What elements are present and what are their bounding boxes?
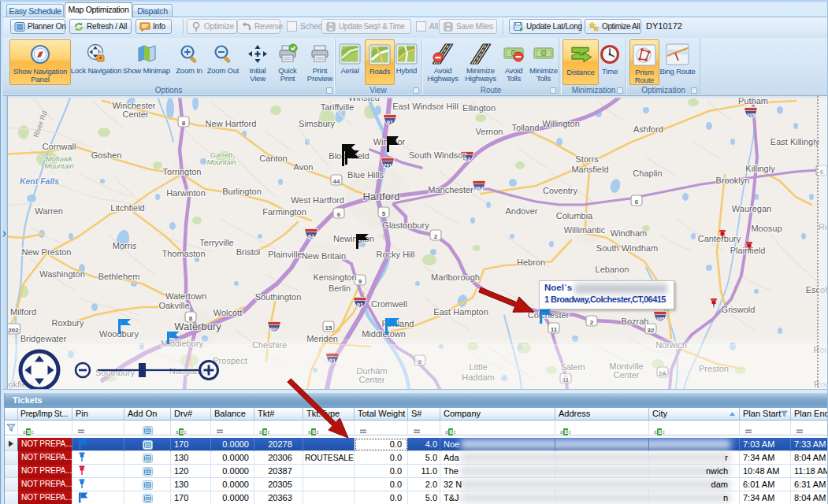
svg-text:c: c: [32, 429, 35, 435]
svg-text:Ellington: Ellington: [462, 103, 496, 113]
svg-text:Marlborough: Marlborough: [431, 272, 480, 282]
svg-text:B: B: [658, 429, 662, 435]
svg-text:Manchester: Manchester: [428, 185, 473, 195]
svg-text:Torrington: Torrington: [163, 167, 202, 176]
svg-text:384: 384: [475, 186, 484, 191]
svg-text:New Britain: New Britain: [302, 251, 346, 261]
svg-text:B: B: [263, 429, 267, 435]
svg-text:Chaplin: Chaplin: [633, 169, 662, 178]
svg-text:B: B: [449, 429, 453, 435]
svg-text:Harwinton: Harwinton: [166, 188, 206, 198]
svg-text:East Windsor Hill: East Windsor Hill: [392, 102, 459, 111]
svg-text:Center: Center: [613, 370, 639, 380]
svg-text:2: 2: [590, 319, 594, 326]
svg-text:Warren: Warren: [35, 206, 63, 216]
svg-text:91: 91: [387, 119, 393, 126]
svg-text:6: 6: [337, 211, 341, 218]
svg-text:Columbia: Columbia: [556, 211, 593, 220]
svg-text:a: a: [23, 429, 26, 435]
svg-text:15: 15: [325, 324, 332, 332]
svg-text:Farmington: Farmington: [262, 207, 306, 217]
svg-text:Canterbury: Canterbury: [698, 234, 741, 243]
svg-text:c: c: [454, 429, 457, 435]
svg-text:a: a: [654, 429, 657, 435]
svg-text:B: B: [180, 429, 184, 435]
svg-text:44: 44: [333, 178, 340, 185]
svg-text:a: a: [445, 429, 448, 435]
svg-text:2A: 2A: [659, 370, 666, 377]
svg-text:Thomaston: Thomaston: [162, 249, 205, 258]
svg-text:Rocky Hill: Rocky Hill: [377, 250, 415, 259]
svg-text:Wolcott: Wolcott: [213, 308, 242, 317]
svg-text:Bristol: Bristol: [236, 247, 261, 257]
svg-text:Cromwell: Cromwell: [371, 299, 407, 309]
svg-text:6: 6: [635, 198, 639, 206]
svg-text:West Hartford: West Hartford: [291, 195, 344, 205]
svg-text:Avon: Avon: [294, 162, 314, 172]
svg-text:Roxbury: Roxbury: [52, 318, 84, 328]
svg-text:Mountain: Mountain: [44, 162, 73, 170]
svg-text:84: 84: [308, 233, 315, 240]
svg-text:Killingly: Killingly: [745, 164, 775, 173]
svg-text:Willimantic: Willimantic: [564, 225, 606, 235]
svg-text:a: a: [176, 429, 179, 435]
svg-text:395: 395: [747, 113, 756, 118]
svg-text:Griswold: Griswold: [722, 305, 756, 314]
svg-text:Waterbury: Waterbury: [174, 321, 221, 332]
svg-text:Hebron: Hebron: [517, 258, 545, 267]
svg-text:c: c: [569, 429, 572, 435]
svg-text:Oakville: Oakville: [158, 301, 189, 310]
svg-text:32: 32: [648, 327, 655, 334]
svg-text:B: B: [564, 429, 568, 435]
svg-text:Brooklyn: Brooklyn: [716, 176, 750, 185]
svg-text:Willington: Willington: [542, 119, 580, 128]
svg-text:Watertown: Watertown: [165, 291, 206, 301]
svg-text:Plainville: Plainville: [268, 250, 302, 259]
svg-text:Kent Falls: Kent Falls: [20, 176, 59, 186]
svg-text:Andover: Andover: [506, 206, 538, 216]
svg-text:Washington: Washington: [39, 269, 85, 279]
svg-text:Morris: Morris: [113, 241, 137, 250]
svg-text:Bethlehem: Bethlehem: [98, 272, 140, 281]
svg-text:691: 691: [270, 327, 279, 332]
svg-text:91: 91: [357, 302, 363, 309]
svg-text:Middletown: Middletown: [362, 329, 406, 339]
svg-text:c: c: [663, 429, 666, 435]
svg-text:Terryville: Terryville: [199, 238, 233, 247]
svg-text:291: 291: [384, 163, 392, 169]
svg-text:Little: Little: [469, 362, 487, 372]
svg-text:Center: Center: [122, 109, 148, 119]
svg-text:Burlington: Burlington: [222, 187, 262, 196]
svg-text:9: 9: [418, 358, 422, 365]
svg-text:Tariffville: Tariffville: [321, 102, 355, 112]
svg-text:New Hartford: New Hartford: [206, 119, 257, 128]
svg-text:c: c: [184, 429, 188, 435]
svg-text:Bozrah: Bozrah: [622, 317, 649, 326]
svg-text:Norwich: Norwich: [655, 340, 687, 350]
svg-text:Canton: Canton: [259, 154, 287, 163]
svg-text:South Windsor: South Windsor: [409, 150, 466, 160]
svg-text:South Windham: South Windham: [596, 243, 658, 253]
svg-text:Litchfield: Litchfield: [110, 203, 144, 213]
svg-text:5: 5: [382, 210, 386, 217]
svg-text:Glastonbury: Glastonbury: [382, 220, 429, 230]
svg-text:Berlin: Berlin: [329, 284, 351, 293]
svg-text:Mansfield: Mansfield: [571, 165, 608, 174]
svg-text:Blue Hills: Blue Hills: [347, 170, 384, 180]
svg-text:Mountain: Mountain: [206, 158, 236, 166]
svg-text:11: 11: [551, 326, 558, 333]
svg-text:202: 202: [8, 327, 19, 334]
svg-text:Coventry: Coventry: [543, 186, 578, 195]
svg-text:9: 9: [358, 278, 362, 285]
svg-text:Bridgewater: Bridgewater: [20, 334, 67, 343]
svg-text:Southington: Southington: [255, 292, 302, 302]
svg-text:91: 91: [329, 358, 336, 365]
svg-text:2: 2: [434, 233, 438, 240]
svg-text:8: 8: [182, 120, 186, 127]
svg-text:a: a: [259, 429, 262, 435]
svg-text:c: c: [268, 429, 271, 435]
svg-text:East Killingly: East Killingly: [770, 137, 820, 146]
svg-text:395: 395: [656, 317, 665, 322]
svg-text:Ashford: Ashford: [633, 124, 663, 134]
svg-text:East Hampton: East Hampton: [433, 307, 488, 317]
